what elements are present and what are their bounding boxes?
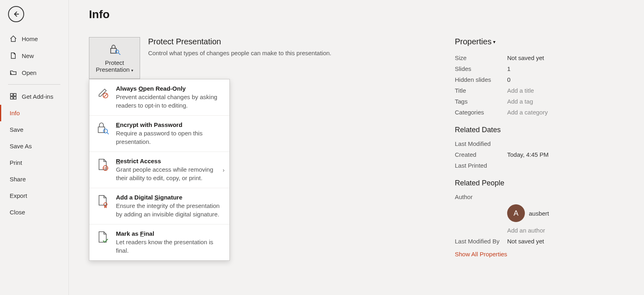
menu-encrypt-password[interactable]: Encrypt with Password Require a password… (89, 116, 229, 152)
add-author-link[interactable]: Add an author (507, 227, 545, 234)
prop-modifiedby-label: Last Modified By (455, 238, 507, 245)
file-check-icon (96, 230, 110, 245)
prop-printed-label: Last Printed (455, 162, 507, 169)
menu-digital-signature[interactable]: Add a Digital Signature Ensure the integ… (89, 188, 229, 224)
svg-rect-3 (14, 97, 16, 99)
nav-open-label: Open (22, 69, 37, 76)
prop-tags-value[interactable]: Add a tag (507, 98, 533, 105)
menu-final-desc: Let readers know the presentation is fin… (116, 238, 223, 255)
nav-addins[interactable]: Get Add-ins (0, 88, 68, 105)
svg-point-5 (116, 50, 119, 53)
prop-categories-label: Categories (455, 109, 507, 116)
folder-open-icon (10, 69, 17, 76)
prop-size-value: Not saved yet (507, 54, 544, 61)
pencil-no-icon (96, 85, 110, 100)
prop-title-value[interactable]: Add a title (507, 87, 534, 94)
nav-new[interactable]: New (0, 47, 68, 64)
svg-rect-1 (14, 93, 16, 96)
author-name: ausbert (529, 210, 549, 217)
prop-created-label: Created (455, 151, 507, 158)
nav-saveas[interactable]: Save As (0, 138, 68, 154)
nav-open[interactable]: Open (0, 64, 68, 81)
file-ribbon-icon (96, 194, 110, 208)
prop-modifiedby-value: Not saved yet (507, 238, 544, 245)
nav-saveas-label: Save As (10, 143, 32, 150)
menu-final-title: Mark as Final (116, 230, 223, 237)
svg-rect-2 (10, 97, 13, 99)
prop-slides-value: 1 (507, 65, 510, 72)
nav-save[interactable]: Save (0, 121, 68, 138)
new-file-icon (10, 52, 17, 59)
nav-print-label: Print (10, 159, 22, 166)
nav-share[interactable]: Share (0, 171, 68, 187)
prop-created-value: Today, 4:45 PM (507, 151, 549, 158)
nav-print[interactable]: Print (0, 154, 68, 171)
avatar: A (507, 204, 525, 222)
show-all-properties-link[interactable]: Show All Properties (455, 251, 624, 258)
nav-divider (8, 84, 60, 85)
prop-categories-value[interactable]: Add a category (507, 109, 548, 116)
prop-size-label: Size (455, 54, 507, 61)
nav-home-label: Home (22, 35, 38, 42)
lock-key-icon (108, 44, 121, 56)
properties-heading-text: Properties (455, 37, 491, 46)
nav-save-label: Save (10, 126, 23, 133)
nav-export[interactable]: Export (0, 187, 68, 204)
back-button[interactable] (8, 6, 24, 22)
page-title: Info (89, 8, 624, 21)
nav-info[interactable]: Info (0, 105, 68, 121)
nav-share-label: Share (10, 176, 26, 183)
prop-modified-label: Last Modified (455, 140, 507, 147)
menu-encrypt-title: Encrypt with Password (116, 121, 223, 128)
prop-hidden-label: Hidden slides (455, 76, 507, 83)
menu-readonly-desc: Prevent accidental changes by asking rea… (116, 93, 223, 110)
svg-point-10 (104, 203, 107, 206)
chevron-right-icon: › (223, 167, 225, 173)
menu-mark-final[interactable]: Mark as Final Let readers know the prese… (89, 224, 229, 260)
arrow-left-icon (12, 10, 20, 18)
chevron-down-icon: ▾ (493, 39, 495, 45)
protect-dropdown-menu: Always Open Read-Only Prevent accidental… (89, 79, 230, 261)
main-content: Info ProtectPresentation▾ Protect Presen… (69, 0, 644, 295)
nav-home[interactable]: Home (0, 30, 68, 47)
menu-always-readonly[interactable]: Always Open Read-Only Prevent accidental… (89, 79, 229, 116)
backstage-sidebar: Home New Open Get Add-ins Info Save Save… (0, 0, 69, 295)
menu-encrypt-desc: Require a password to open this presenta… (116, 129, 223, 146)
prop-title-label: Title (455, 87, 507, 94)
nav-addins-label: Get Add-ins (22, 93, 53, 100)
nav-close-label: Close (10, 209, 25, 216)
chevron-down-icon: ▾ (131, 68, 133, 73)
prop-hidden-value: 0 (507, 76, 510, 83)
related-people-heading: Related People (455, 179, 624, 187)
menu-signature-title: Add a Digital Signature (116, 194, 223, 201)
nav-close[interactable]: Close (0, 204, 68, 220)
related-dates-heading: Related Dates (455, 126, 624, 134)
menu-restrict-desc: Grant people access while removing their… (116, 165, 223, 182)
lock-key-icon (96, 121, 110, 136)
prop-tags-label: Tags (455, 98, 507, 105)
properties-heading[interactable]: Properties ▾ (455, 37, 624, 46)
nav-info-label: Info (10, 110, 20, 116)
protect-btn-line1: Protect (105, 59, 124, 66)
prop-author-label: Author (455, 193, 507, 200)
protect-heading: Protect Presentation (148, 37, 331, 46)
menu-readonly-title: Always Open Read-Only (116, 85, 223, 92)
nav-export-label: Export (10, 192, 27, 199)
prop-slides-label: Slides (455, 65, 507, 72)
menu-restrict-access[interactable]: Restrict Access Grant people access whil… (89, 152, 229, 188)
protect-desc: Control what types of changes people can… (148, 49, 331, 58)
home-icon (10, 35, 17, 42)
svg-rect-0 (10, 93, 13, 96)
menu-restrict-title: Restrict Access (116, 158, 223, 164)
nav-new-label: New (22, 52, 34, 59)
file-restrict-icon (96, 158, 110, 172)
protect-btn-line2: Presentation (96, 66, 130, 73)
addins-icon (10, 93, 17, 100)
author-entry[interactable]: A ausbert (507, 204, 624, 222)
protect-presentation-button[interactable]: ProtectPresentation▾ (89, 37, 140, 79)
menu-signature-desc: Ensure the integrity of the presentation… (116, 202, 223, 218)
